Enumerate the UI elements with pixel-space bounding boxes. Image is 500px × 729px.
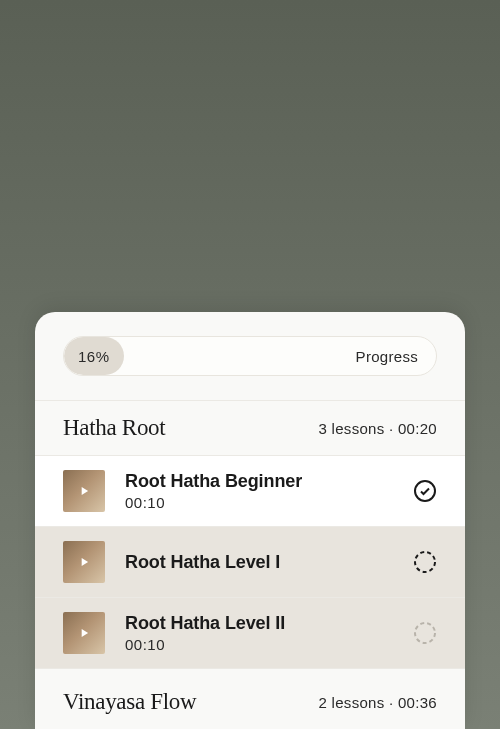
section-meta: 3 lessons · 00:20 — [318, 420, 437, 437]
progress-fill: 16% — [64, 337, 124, 375]
svg-point-1 — [415, 552, 435, 572]
lesson-thumbnail — [63, 470, 105, 512]
dashed-circle-icon — [413, 550, 437, 574]
lesson-status-pending — [413, 550, 437, 574]
course-sheet: 16% Progress Hatha Root 3 lessons · 00:2… — [35, 312, 465, 729]
svg-point-2 — [415, 623, 435, 643]
lesson-status-locked — [413, 621, 437, 645]
progress-bar[interactable]: 16% Progress — [63, 336, 437, 376]
section-header-hatha[interactable]: Hatha Root 3 lessons · 00:20 — [35, 400, 465, 455]
lesson-thumbnail — [63, 541, 105, 583]
play-icon — [77, 484, 91, 498]
lesson-row[interactable]: Root Hatha Level II 00:10 — [35, 597, 465, 668]
lesson-row[interactable]: Root Hatha Beginner 00:10 — [35, 455, 465, 526]
progress-percent: 16% — [78, 348, 110, 365]
lesson-status-complete — [413, 479, 437, 503]
progress-label: Progress — [356, 348, 418, 365]
lesson-title: Root Hatha Level I — [125, 552, 393, 573]
lesson-info: Root Hatha Level II 00:10 — [125, 613, 393, 653]
lesson-row[interactable]: Root Hatha Level I — [35, 526, 465, 597]
lesson-title: Root Hatha Beginner — [125, 471, 393, 492]
play-icon — [77, 555, 91, 569]
lesson-info: Root Hatha Level I — [125, 552, 393, 573]
lesson-info: Root Hatha Beginner 00:10 — [125, 471, 393, 511]
check-circle-icon — [413, 479, 437, 503]
play-icon — [77, 626, 91, 640]
dashed-circle-icon — [413, 621, 437, 645]
section-title: Vinayasa Flow — [63, 689, 196, 715]
lesson-duration: 00:10 — [125, 494, 393, 511]
section-meta: 2 lessons · 00:36 — [318, 694, 437, 711]
lesson-title: Root Hatha Level II — [125, 613, 393, 634]
svg-point-0 — [415, 481, 435, 501]
section-header-vinayasa[interactable]: Vinayasa Flow 2 lessons · 00:36 — [35, 668, 465, 729]
lesson-thumbnail — [63, 612, 105, 654]
lesson-duration: 00:10 — [125, 636, 393, 653]
progress-container: 16% Progress — [35, 312, 465, 400]
section-title: Hatha Root — [63, 415, 165, 441]
